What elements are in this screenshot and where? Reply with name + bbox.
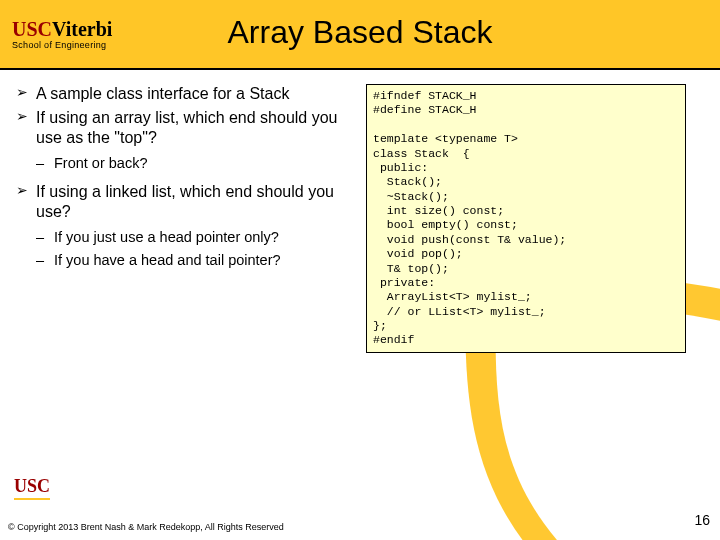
bullets-column: A sample class interface for a Stack If … xyxy=(16,84,356,279)
slide-title: Array Based Stack xyxy=(0,14,720,51)
bullet-1: A sample class interface for a Stack xyxy=(16,84,356,104)
bullet-2: If using an array list, which end should… xyxy=(16,108,356,174)
page-number: 16 xyxy=(694,512,710,528)
content-area: A sample class interface for a Stack If … xyxy=(0,70,720,353)
bullet-2-sub-1: Front or back? xyxy=(36,154,356,174)
bullet-3: If using a linked list, which end should… xyxy=(16,182,356,271)
header-bar: USCViterbi School of Engineering Array B… xyxy=(0,0,720,68)
bullet-3-sub-1: If you just use a head pointer only? xyxy=(36,228,356,248)
bullet-3-sub-2: If you have a head and tail pointer? xyxy=(36,251,356,271)
bullet-2-text: If using an array list, which end should… xyxy=(36,109,338,146)
bullet-3-text: If using a linked list, which end should… xyxy=(36,183,334,220)
copyright: © Copyright 2013 Brent Nash & Mark Redek… xyxy=(8,522,284,532)
footer-logo: USC xyxy=(14,476,50,500)
code-box: #ifndef STACK_H #define STACK_H template… xyxy=(366,84,686,353)
